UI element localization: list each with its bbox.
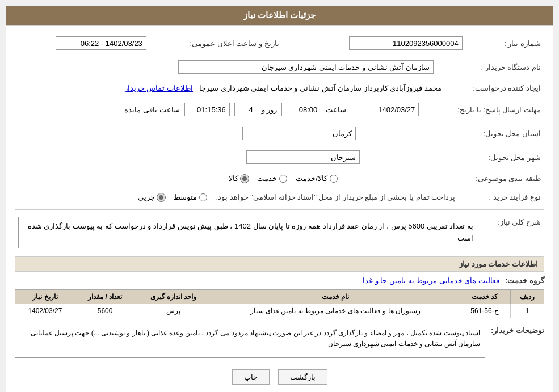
namdastgah-label: نام دستگاه خریدار :: [437, 58, 544, 76]
mohlat-rooz-input: 4: [234, 103, 257, 116]
form-table-row1: شماره نیاز : 1102092356000004 تاریخ و سا…: [15, 34, 544, 52]
tabaghe-radio-group: کالا/خدمت خدمت کالا: [18, 174, 338, 183]
radio-motavasset[interactable]: متوسط: [174, 193, 207, 201]
form-table-tabaghe: طبقه بندی موضوعی: کالا/خدمت خدمت: [15, 172, 544, 185]
form-table-row2: نام دستگاه خریدار : سازمان آتش نشانی و خ…: [15, 58, 544, 76]
page-title: جزئیات اطلاعات نیاز: [243, 10, 316, 20]
radio-motavasset-circle: [199, 193, 207, 201]
sharh-koli-label: شرح کلی نیاز:: [482, 214, 544, 251]
service-info-title: اطلاعات خدمات مورد نیاز: [15, 256, 544, 272]
col-tedad: تعداد / مقدار: [75, 289, 135, 304]
radio-kala-circle: [241, 175, 249, 183]
print-button[interactable]: چاپ: [232, 369, 270, 385]
ijad-konnande-value: محمد فیروزآبادی کاربرداز سازمان آتش نشان…: [15, 82, 445, 95]
mohlat-row: 1402/03/27 ساعت 08:00 روز و 4 01:15:36 س…: [18, 103, 419, 116]
page-container: جزئیات اطلاعات نیاز شماره نیاز : 1102092…: [0, 0, 559, 392]
ostan-label: استان محل تحویل:: [359, 124, 544, 142]
farayand-radio-group: پرداخت تمام یا بخشی از مبلغ خریدار از مح…: [18, 193, 455, 201]
radio-kala[interactable]: کالا: [229, 174, 249, 183]
mohlat-rooz-label: روز و: [262, 106, 278, 114]
radio-jozii-circle: [157, 193, 165, 201]
taarikh-input: 1402/03/23 - 06:22: [56, 36, 146, 50]
ijad-konnande-text: محمد فیروزآبادی کاربرداز سازمان آتش نشان…: [199, 84, 442, 92]
form-table-sharh: شرح کلی نیاز: به تعداد تقریبی 5600 پرس ،…: [15, 214, 544, 251]
mohlat-remaining-label: ساعت باقی مانده: [124, 106, 179, 114]
mohlat-date-input: 1402/03/27: [351, 103, 419, 116]
form-table-row3: ایجاد کننده درخواست: محمد فیروزآبادی کار…: [15, 82, 544, 95]
col-kod: کد خدمت: [459, 289, 510, 304]
ostan-input: کرمان: [242, 127, 356, 140]
main-content: شماره نیاز : 1102092356000004 تاریخ و سا…: [6, 25, 553, 392]
ijad-konnande-label: ایجاد کننده درخواست:: [445, 82, 544, 95]
namdastgah-input: سازمان آتش نشانی و خدمات ایمنی شهرداری س…: [178, 60, 434, 74]
mohlat-remaining-input: 01:15:36: [184, 103, 230, 116]
sharh-koli-box: به تعداد تقریبی 5600 پرس ، از زمان عقد ق…: [18, 217, 478, 248]
shomare-niaz-input: 1102092356000004: [349, 36, 463, 50]
taarikh-label: تاریخ و ساعت اعلان عمومی:: [150, 34, 283, 52]
tosih-khrdidar-label: توضیحات خریدار:: [491, 324, 544, 335]
grouh-khedmat-label: گروه خدمت:: [505, 276, 544, 285]
col-vahed: واحد اندازه گیری: [135, 289, 212, 304]
shahr-label: شهر محل تحویل:: [363, 148, 544, 166]
radio-kala-label: کالا: [229, 174, 238, 183]
col-nam: نام خدمت: [212, 289, 459, 304]
buttons-row: بازگشت چاپ: [15, 366, 544, 385]
separator1: [15, 209, 544, 210]
ijad-konnande-link[interactable]: اطلاعات تماس خریدار: [124, 84, 193, 92]
col-tarikh: تاریخ نیاز: [15, 289, 75, 304]
namdastgah-value: سازمان آتش نشانی و خدمات ایمنی شهرداری س…: [15, 58, 437, 76]
back-button[interactable]: بازگشت: [278, 369, 327, 385]
tosih-khrdidar-box: اسناد پیوست شده تکمیل ، مهر و امضاء و با…: [15, 324, 485, 358]
page-header: جزئیات اطلاعات نیاز: [6, 6, 553, 25]
shomare-niaz-value: 1102092356000004: [300, 34, 466, 52]
radio-khedmat-circle: [279, 175, 287, 183]
shahr-input: سیرجان: [246, 150, 360, 164]
buyer-notes-row: توضیحات خریدار: اسناد پیوست شده تکمیل ، …: [15, 324, 544, 358]
radio-kalaKhedmat-label: کالا/خدمت: [296, 174, 327, 183]
form-table-mohlat: مهلت ارسال پاسخ: تا تاریخ: 1402/03/27 سا…: [15, 100, 544, 119]
services-table: ردیف کد خدمت نام خدمت واحد اندازه گیری ت…: [15, 289, 544, 318]
tabaghe-label: طبقه بندی موضوعی:: [341, 172, 544, 185]
shomare-niaz-label: شماره نیاز :: [466, 34, 544, 52]
form-table-shahr: شهر محل تحویل: سیرجان: [15, 148, 544, 166]
radio-jozii-label: جزیی: [138, 193, 155, 201]
form-table-ostan: استان محل تحویل: کرمان: [15, 124, 544, 142]
mohlat-saat-input: 08:00: [281, 103, 321, 116]
farayand-desc: پرداخت تمام یا بخشی از مبلغ خریدار از مح…: [216, 193, 455, 201]
noe-farayand-label: نوع فرآیند خرید :: [459, 191, 544, 204]
radio-khedmat-label: خدمت: [257, 174, 277, 183]
table-row: 1ح-56-561رستوران ها و فعالیت های خدماتی …: [15, 304, 544, 318]
radio-motavasset-label: متوسط: [174, 193, 197, 201]
form-table-noeFarayand: نوع فرآیند خرید : پرداخت تمام یا بخشی از…: [15, 191, 544, 204]
taarikh-value: 1402/03/23 - 06:22: [15, 34, 150, 52]
mohlat-saat-label: ساعت: [326, 106, 346, 114]
radio-jozii[interactable]: جزیی: [138, 193, 165, 201]
radio-kalaKhedmat-circle: [330, 175, 338, 183]
mohlat-label: مهلت ارسال پاسخ: تا تاریخ:: [422, 100, 544, 119]
radio-kalaKhedmat[interactable]: کالا/خدمت: [296, 174, 338, 183]
grouh-khedmat-value[interactable]: فعالیت های خدماتی مربوط به تامین جا و غذ…: [363, 276, 499, 285]
col-radif: ردیف: [511, 289, 544, 304]
grouh-row: گروه خدمت: فعالیت های خدماتی مربوط به تا…: [15, 276, 544, 285]
radio-khedmat[interactable]: خدمت: [257, 174, 287, 183]
